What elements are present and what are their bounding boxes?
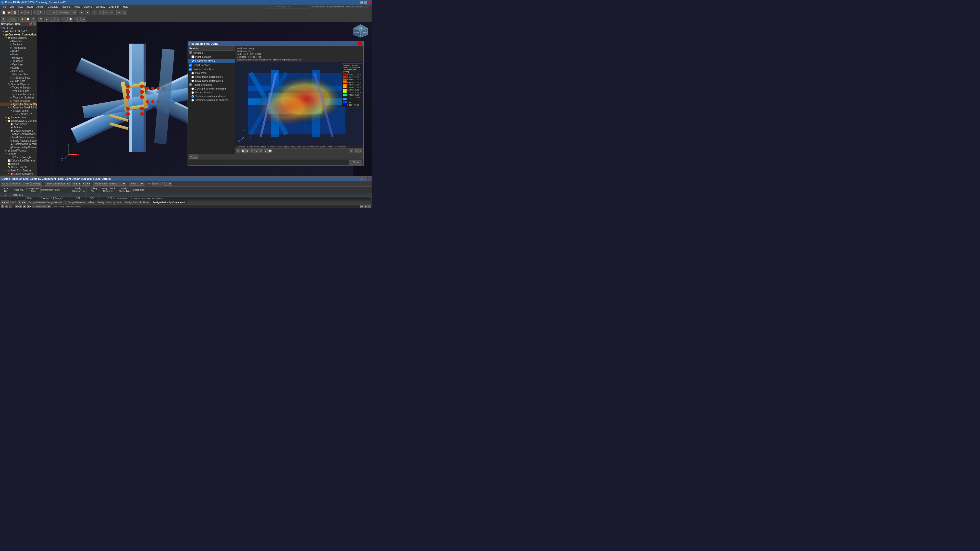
nav-loads[interactable]: ▼ ↓ Loads [0, 152, 37, 156]
cut-section-btn[interactable]: ✂ [76, 17, 81, 22]
line-btn[interactable]: ━ [49, 17, 55, 22]
result-continuous-surfaces[interactable]: Continuous within surfaces [188, 94, 235, 98]
result-shear-z[interactable]: Shear force in direction z [188, 79, 235, 83]
nav-combo-wizards[interactable]: 🧙 Combination Wizards [0, 142, 37, 146]
nav-linesets[interactable]: ≡ Line Sets [0, 69, 37, 73]
menu-calculate[interactable]: Calculate [47, 5, 59, 8]
bottom-panel-close-btn[interactable]: ✕ [367, 177, 370, 180]
nav-pin-btn[interactable]: 📌 [29, 22, 32, 25]
view-front-btn[interactable]: F [98, 10, 103, 15]
shear-z-radio[interactable] [191, 79, 194, 82]
nav-members[interactable]: ┃ Members [0, 56, 37, 59]
result-shear-y[interactable]: Shear force in direction y [188, 75, 235, 79]
plastic-strains-checkbox[interactable] [191, 56, 194, 59]
result-plastic-strains[interactable]: Plastic strains [188, 55, 235, 59]
menu-help[interactable]: Help [122, 5, 129, 8]
result-axial-force[interactable]: Axial force [188, 71, 235, 75]
nav-load-combos[interactable]: + Load Combinations [0, 136, 37, 139]
bottom-panel-pin-btn[interactable]: 📌 [360, 177, 363, 180]
nav-calc-diagrams[interactable]: 📈 Calculation Diagrams [0, 159, 37, 162]
new-btn[interactable]: 📄 [1, 10, 6, 15]
result-equiv-stress[interactable]: Equivalent stress [188, 59, 235, 63]
next-next-btn[interactable]: ►► [86, 182, 90, 186]
dialog-close-btn[interactable]: Close [349, 160, 363, 165]
nav-types-special[interactable]: ★ Types for Special Objects [0, 103, 37, 106]
nav-types-steeljoints[interactable]: ▼ ⚙ Types for Steel Joints [0, 106, 37, 109]
nav-lc1[interactable]: ↓ LC1 - Self-weight [0, 156, 37, 159]
bottom-status-btn1[interactable]: 📦 [1, 205, 4, 208]
app-close-btn[interactable]: ✕ [368, 1, 371, 4]
nav-thicknesses[interactable]: ≡ Thicknesses [0, 46, 37, 49]
settings-btn[interactable]: ⚙ [116, 10, 121, 15]
global-axis-dropdown[interactable]: 1 - Global XYZ [32, 205, 51, 208]
save-btn[interactable]: 💾 [12, 10, 18, 15]
snap-btn[interactable]: ✛ [6, 17, 12, 22]
btm-next-btn[interactable]: ► [23, 205, 26, 208]
btm-last-btn[interactable]: ►► [27, 205, 30, 208]
dlg-render-btn[interactable]: ▶ [255, 149, 259, 153]
prev-btn[interactable]: ◄ [77, 182, 81, 186]
nav-solids[interactable]: ■ Solids [0, 66, 37, 69]
nav-types-solids[interactable]: ■ Types for Solids [0, 99, 37, 103]
nav-actions[interactable]: ⚡ Actions [0, 126, 37, 129]
nav-action-combos[interactable]: + Action Combinations [0, 132, 37, 136]
const-mesh-radio[interactable] [191, 87, 194, 90]
print-btn[interactable]: 🖨 [122, 10, 127, 15]
nav-special-objects[interactable]: ▼ 🔧 Special Objects [0, 83, 37, 86]
view-type-btn1[interactable]: ⊞ [360, 205, 363, 208]
view-type-btn2[interactable]: ⊟ [364, 205, 367, 208]
result-non-continuous[interactable]: Non-continuous [188, 91, 235, 94]
table-row-joint-header[interactable]: 1 Nodes : 2 [0, 193, 372, 197]
minimize-btn[interactable]: ─ [360, 1, 363, 4]
dlg-result-btn[interactable]: 📊 [268, 149, 272, 153]
nav-types-nodes[interactable]: ● Types for Nodes [0, 86, 37, 89]
result-btn[interactable]: 📊 [68, 17, 73, 22]
measure-btn[interactable]: 📐 [12, 17, 18, 22]
load-btn[interactable]: ↓ [62, 17, 68, 22]
tab-by-node[interactable]: Design Ratios by Node [123, 200, 151, 204]
go-to-btn[interactable]: Go To [1, 182, 10, 186]
dlg-solid-btn[interactable]: ■ [264, 149, 268, 153]
nav-design-situations[interactable]: ▼ 🎯 Design Situations [0, 172, 37, 176]
nav-surfacesets[interactable]: ▭▭ Surface Sets [0, 76, 37, 79]
menu-tools[interactable]: Tools [73, 5, 81, 8]
nav-basic-objects[interactable]: ▼ 📦 Basic Objects [0, 36, 37, 40]
zoom-fit-btn[interactable]: ⊡ [31, 17, 36, 22]
viewport-cube-nav[interactable]: TOP RIGHT FRONT [352, 23, 369, 38]
result-smoothing[interactable]: Result smoothing [188, 83, 235, 87]
dialog-title-bar[interactable]: Results in Steel Joint ✕ [188, 41, 363, 46]
nav-types-members[interactable]: ┃ Types for Members [0, 93, 37, 96]
last-page-btn[interactable]: ►► [22, 200, 25, 204]
nav-types-surfaces[interactable]: ▭ Types for Surfaces [0, 96, 37, 99]
dlg-rotate-btn[interactable]: 🔄 [241, 149, 245, 153]
redo-btn[interactable]: ↪ [25, 10, 30, 15]
tab-by-joint[interactable]: Design Ratios by Joint [96, 200, 123, 204]
dlg-display-btn[interactable]: 👁 [250, 149, 254, 153]
nav-sections[interactable]: ⊏ Sections [0, 43, 37, 46]
module-dropdown[interactable]: Steel Joint Design [45, 182, 71, 186]
btm-prev-btn[interactable]: ◄ [19, 205, 22, 208]
nav-results[interactable]: 📊 Results [0, 162, 37, 165]
maximize-btn[interactable]: □ [364, 1, 367, 4]
menu-cadbim[interactable]: CAD-BIM [108, 5, 120, 8]
pan-btn[interactable]: ✋ [20, 17, 25, 22]
shear-y-radio[interactable] [191, 76, 194, 78]
menu-options[interactable]: Options [83, 5, 93, 8]
menu-view[interactable]: View [17, 5, 24, 8]
prev-prev-btn[interactable]: ◄◄ [73, 182, 76, 186]
nav-guide-objects[interactable]: 📏 Guide Objects [0, 165, 37, 169]
nav-close-btn[interactable]: ✕ [33, 22, 36, 25]
nav-joint-1[interactable]: ○ 1 - Nodes : 2 [0, 113, 37, 116]
analysis-dropdown[interactable]: Stress-Strain Analysis [93, 182, 126, 186]
nav-membersets[interactable]: ┃┃ Member Sets [0, 73, 37, 76]
equiv-stress-checkbox[interactable] [191, 59, 194, 62]
iso-btn[interactable]: ◈ [81, 17, 86, 22]
nav-design-sit[interactable]: 🎯 Design Situations [0, 129, 37, 132]
dlg-pan-btn[interactable]: ✋ [245, 149, 249, 153]
view-top-btn[interactable]: T [92, 10, 97, 15]
stop-btn[interactable]: ⏹ [85, 10, 90, 15]
menu-window[interactable]: Window [95, 5, 106, 8]
nav-steel-joint-design[interactable]: ▼ ⚙ Steel Joint Design [0, 169, 37, 172]
nav-solidsets[interactable]: ■■ Solid Sets [0, 79, 37, 83]
tab-design-sit[interactable]: Design Ratios by Design Situation [27, 200, 65, 204]
